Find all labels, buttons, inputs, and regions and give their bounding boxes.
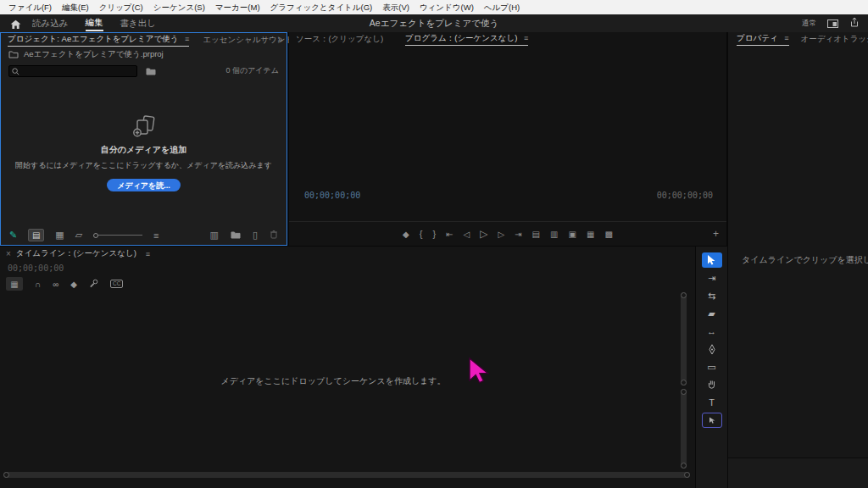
new-item-icon[interactable]: ▯ xyxy=(253,230,258,241)
tab-program-monitor[interactable]: プログラム：(シーケンスなし) ≡ xyxy=(405,33,528,46)
new-bin-icon[interactable] xyxy=(231,230,241,241)
timeline-toolbar: ▦ ∩ ∞ ◆ CC xyxy=(0,277,695,291)
monitor-panel: ソース：(クリップなし) プログラム：(シーケンスなし) ≡ 00;00;00;… xyxy=(289,32,726,246)
video-tracks-scrollbar[interactable] xyxy=(681,292,687,385)
lift-button[interactable]: ▤ xyxy=(532,230,540,239)
tab-edit[interactable]: 編集 xyxy=(86,15,103,31)
type-tool[interactable]: T xyxy=(702,395,722,410)
scrollbar-handle[interactable] xyxy=(681,463,687,469)
add-marker-icon[interactable]: ◆ xyxy=(70,280,77,289)
search-input[interactable] xyxy=(21,66,133,76)
add-marker-button[interactable]: ◆ xyxy=(403,230,409,239)
more-tools-button[interactable] xyxy=(702,413,722,428)
play-button[interactable]: ▷ xyxy=(480,228,487,240)
panel-menu-icon[interactable]: ≡ xyxy=(784,34,788,42)
snap-icon[interactable]: ∩ xyxy=(35,280,41,289)
mark-in-button[interactable]: { xyxy=(420,229,423,239)
go-to-out-button[interactable]: ⇥ xyxy=(515,230,521,239)
timeline-tabs: × タイムライン：(シーケンスなし) ≡ xyxy=(0,247,695,261)
tab-export[interactable]: 書き出し xyxy=(120,16,157,30)
sort-icons-button[interactable]: ≡ xyxy=(153,230,159,241)
modifier-cursor-icon xyxy=(708,416,716,425)
scrollbar-handle[interactable] xyxy=(681,292,687,298)
pen-icon xyxy=(708,344,716,355)
selection-tool[interactable] xyxy=(702,252,722,268)
tab-timeline[interactable]: タイムライン：(シーケンスなし) xyxy=(16,248,136,259)
automate-to-sequence-icon[interactable]: ▥ xyxy=(210,230,219,241)
add-media-icon xyxy=(129,114,159,140)
button-editor-plus-icon[interactable]: + xyxy=(713,222,719,246)
menu-item-file[interactable]: ファイル(F) xyxy=(3,0,57,14)
menu-item-window[interactable]: ウィンドウ(W) xyxy=(415,0,479,14)
panel-menu-icon[interactable]: ≡ xyxy=(185,35,189,43)
timeline-horizontal-scrollbar[interactable] xyxy=(3,472,690,478)
pen-tool[interactable] xyxy=(702,341,722,357)
media-drop-zone[interactable]: 自分のメディアを追加 開始するにはメディアをここにドラッグするか、メディアを読み… xyxy=(1,80,287,225)
step-back-button[interactable]: ◁ xyxy=(464,230,470,239)
menu-item-help[interactable]: ヘルプ(H) xyxy=(479,0,525,14)
go-to-in-button[interactable]: ⇤ xyxy=(446,230,453,239)
freeform-view-button[interactable]: ▱ xyxy=(75,230,82,241)
scrollbar-handle[interactable] xyxy=(684,472,690,478)
menu-item-marker[interactable]: マーカー(M) xyxy=(210,0,265,14)
mark-out-button[interactable]: } xyxy=(433,229,437,239)
bin-filter-icon[interactable] xyxy=(146,64,156,79)
rectangle-tool[interactable]: ▭ xyxy=(702,359,722,374)
panel-menu-icon[interactable]: ≡ xyxy=(146,250,150,258)
project-breadcrumb[interactable]: Aeエフェクトをプレミアで使う.prproj xyxy=(1,47,287,61)
menu-item-sequence[interactable]: シーケンス(S) xyxy=(148,0,210,14)
current-timecode: 00;00;00;00 xyxy=(304,191,360,204)
tools-panel: ⇥ ⇆ ▰ ↔ ▭ T xyxy=(696,247,727,488)
zoom-slider[interactable] xyxy=(93,233,142,238)
menu-item-view[interactable]: 表示(V) xyxy=(377,0,415,14)
tab-import[interactable]: 読み込み xyxy=(32,16,69,30)
trash-icon[interactable] xyxy=(270,230,278,241)
panel-menu-icon[interactable]: ≡ xyxy=(524,34,528,42)
insert-button[interactable]: ▦ xyxy=(587,230,594,239)
track-select-forward-tool[interactable]: ⇥ xyxy=(702,270,722,286)
overwrite-button[interactable]: ▩ xyxy=(604,230,612,239)
audio-tracks-scrollbar[interactable] xyxy=(681,389,687,469)
ripple-edit-tool[interactable]: ⇆ xyxy=(702,288,722,303)
bin-icon xyxy=(8,50,19,58)
razor-tool[interactable]: ▰ xyxy=(702,306,722,321)
scrollbar-handle[interactable] xyxy=(681,380,687,385)
scrollbar-handle[interactable] xyxy=(681,389,687,395)
scrollbar-handle[interactable] xyxy=(3,472,9,478)
search-icon xyxy=(12,68,19,75)
workspaces-layout-icon[interactable] xyxy=(827,16,838,31)
menu-item-graphics-titles[interactable]: グラフィックとタイトル(G) xyxy=(265,0,378,14)
properties-empty-message: タイムラインでクリップを選択してプロパテ xyxy=(742,254,868,266)
step-forward-button[interactable]: ▷ xyxy=(498,230,505,239)
hand-tool[interactable] xyxy=(702,377,722,392)
project-writable-icon[interactable]: ✎ xyxy=(9,230,17,241)
export-frame-button[interactable]: ▣ xyxy=(569,230,576,239)
import-media-button[interactable]: メディアを読... xyxy=(107,179,181,191)
extract-button[interactable]: ▥ xyxy=(550,230,558,239)
tab-properties[interactable]: プロパティ ≡ xyxy=(737,33,789,46)
properties-tabs: プロパティ ≡ オーディオトラックミキサー: (シ xyxy=(728,32,868,47)
timeline-settings-wrench-icon[interactable] xyxy=(89,279,98,290)
quick-export-icon[interactable] xyxy=(849,16,860,31)
tab-project[interactable]: プロジェクト: Aeエフェクトをプレミアで使う ≡ xyxy=(8,34,189,47)
linked-selection-icon[interactable]: ∞ xyxy=(53,280,58,289)
tab-audio-track-mixer[interactable]: オーディオトラックミキサー: (シ xyxy=(801,34,868,45)
workspace-tabs: 読み込み 編集 書き出し xyxy=(32,14,156,32)
home-icon[interactable] xyxy=(10,18,21,33)
list-view-button[interactable]: ▤ xyxy=(28,229,44,241)
captions-icon[interactable]: CC xyxy=(110,280,123,288)
icon-view-button[interactable]: ▦ xyxy=(55,230,64,241)
close-panel-icon[interactable]: × xyxy=(6,249,11,258)
empty-state-subtitle: 開始するにはメディアをここにドラッグするか、メディアを読み込みます xyxy=(15,160,272,171)
timeline-drop-message: メディアをここにドロップしてシーケンスを作成します。 xyxy=(0,375,666,387)
workspace-preset-label[interactable]: 通常 xyxy=(802,19,816,29)
project-panel: プロジェクト: Aeエフェクトをプレミアで使う ≡ エッセンシャルサウンド テキ… xyxy=(0,32,287,246)
tab-overflow-icon[interactable]: » xyxy=(277,35,282,44)
menu-item-clip[interactable]: クリップ(C) xyxy=(94,0,148,14)
nest-toggle-icon[interactable]: ▦ xyxy=(6,277,23,291)
slip-tool[interactable]: ↔ xyxy=(702,324,722,339)
monitor-scrub-bar[interactable] xyxy=(289,204,726,222)
tab-source-monitor[interactable]: ソース：(クリップなし) xyxy=(296,34,383,45)
menu-item-edit[interactable]: 編集(E) xyxy=(57,0,94,14)
search-box xyxy=(8,65,137,77)
